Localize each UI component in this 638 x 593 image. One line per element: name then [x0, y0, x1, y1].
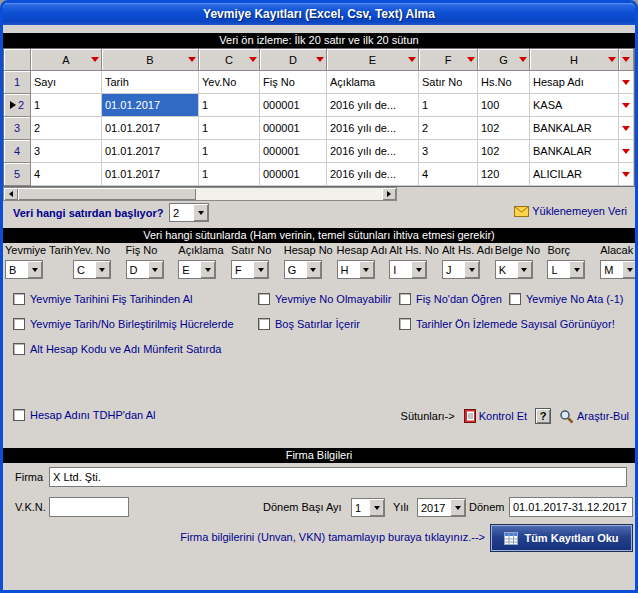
grid-cell-partial[interactable]: [619, 94, 634, 117]
cb-yevmiye-no-olmayabilir[interactable]: Yevmiye No Olmayabilir: [258, 293, 391, 305]
dropdown-arrow-icon[interactable]: [569, 261, 584, 278]
checkbox-box[interactable]: [13, 293, 25, 305]
table-row[interactable]: 4 3 01.01.2017 1 000001 2016 yılı de... …: [4, 140, 634, 163]
grid-cell[interactable]: Fiş No: [260, 71, 327, 94]
dropdown-arrow-icon[interactable]: [369, 499, 384, 516]
help-button[interactable]: ?: [535, 408, 551, 424]
grid-cell[interactable]: Hesap Adı: [530, 71, 619, 94]
grid-cell[interactable]: 102: [478, 117, 530, 140]
col-header-g[interactable]: G: [478, 49, 530, 71]
dropdown-arrow-icon[interactable]: [306, 261, 321, 278]
grid-cell[interactable]: Tarih: [102, 71, 199, 94]
firma-input[interactable]: [49, 467, 627, 487]
cb-yevmiye-tarihini-fis[interactable]: Yevmiye Tarihini Fiş Tarihinden Al: [13, 293, 192, 305]
grid-horizontal-scrollbar[interactable]: [3, 187, 397, 201]
grid-cell[interactable]: ALICILAR: [530, 163, 619, 186]
row-header[interactable]: 3: [4, 117, 31, 140]
col-header-h[interactable]: H: [530, 49, 619, 71]
grid-cell[interactable]: 1: [199, 140, 260, 163]
combo-belge-no[interactable]: K: [495, 260, 533, 279]
checkbox-box[interactable]: [13, 343, 25, 355]
combo-satir-no[interactable]: F: [231, 260, 269, 279]
checkbox-box[interactable]: [13, 318, 25, 330]
grid-cell[interactable]: Hs.No: [478, 71, 530, 94]
column-filter-icon[interactable]: [608, 57, 616, 62]
dropdown-arrow-icon[interactable]: [517, 261, 532, 278]
combo-hesap-no[interactable]: G: [284, 260, 322, 279]
column-filter-icon[interactable]: [316, 57, 324, 62]
checkbox-box[interactable]: [399, 318, 411, 330]
column-filter-icon[interactable]: [249, 57, 257, 62]
cb-bos-satirlar[interactable]: Boş Satırlar İçerir: [258, 318, 360, 330]
cb-tarihler-sayisal[interactable]: Tarihler Ön İzlemede Sayısal Görünüyor!: [399, 318, 615, 330]
combo-yevmiye-tarih[interactable]: B: [5, 260, 43, 279]
grid-cell[interactable]: 100: [478, 94, 530, 117]
dropdown-arrow-icon[interactable]: [253, 261, 268, 278]
grid-cell[interactable]: 000001: [260, 94, 327, 117]
cb-alt-hesap-munferit[interactable]: Alt Hesap Kodu ve Adı Münferit Satırda: [13, 343, 221, 355]
row-header[interactable]: 5: [4, 163, 31, 186]
grid-cell[interactable]: 01.01.2017: [102, 163, 199, 186]
grid-cell[interactable]: 000001: [260, 140, 327, 163]
grid-cell[interactable]: 000001: [260, 117, 327, 140]
dropdown-arrow-icon[interactable]: [359, 261, 374, 278]
grid-cell[interactable]: 3: [31, 140, 102, 163]
combo-aciklama[interactable]: E: [178, 260, 216, 279]
checkbox-box[interactable]: [509, 293, 521, 305]
grid-cell[interactable]: 4: [31, 163, 102, 186]
vkn-input[interactable]: [49, 497, 129, 517]
grid-cell[interactable]: Sayı: [31, 71, 102, 94]
grid-corner-cell[interactable]: [4, 49, 31, 71]
grid-cell[interactable]: Satır No: [419, 71, 478, 94]
arastir-bul-button[interactable]: Araştır-Bul: [559, 409, 629, 424]
checkbox-box[interactable]: [13, 409, 25, 421]
column-filter-icon[interactable]: [91, 57, 99, 62]
dropdown-arrow-icon[interactable]: [622, 261, 637, 278]
col-header-b[interactable]: B: [102, 49, 199, 71]
grid-cell[interactable]: 4: [419, 163, 478, 186]
combo-fis-no[interactable]: D: [126, 260, 164, 279]
unloadable-data-link[interactable]: Yüklenemeyen Veri: [514, 205, 627, 217]
combo-borc[interactable]: L: [547, 260, 585, 279]
dropdown-arrow-icon[interactable]: [27, 261, 42, 278]
combo-yev-no[interactable]: C: [73, 260, 111, 279]
grid-cell-partial[interactable]: [619, 71, 634, 94]
checkbox-box[interactable]: [399, 293, 411, 305]
grid-cell[interactable]: BANKALAR: [530, 117, 619, 140]
grid-cell[interactable]: 2016 yılı de...: [327, 94, 419, 117]
donem-input[interactable]: [509, 497, 633, 517]
row-header[interactable]: 1: [4, 71, 31, 94]
grid-cell[interactable]: 2016 yılı de...: [327, 163, 419, 186]
checkbox-box[interactable]: [258, 293, 270, 305]
scroll-left-button[interactable]: [4, 188, 18, 200]
cb-yevmiye-no-ata[interactable]: Yevmiye No Ata (-1): [509, 293, 623, 305]
table-row-current[interactable]: 2 1 01.01.2017 1 000001 2016 yılı de... …: [4, 94, 634, 117]
grid-cell[interactable]: 2: [419, 117, 478, 140]
column-filter-icon[interactable]: [519, 57, 527, 62]
grid-cell[interactable]: 1: [199, 163, 260, 186]
scrollbar-thumb[interactable]: [18, 188, 196, 200]
grid-cell[interactable]: 120: [478, 163, 530, 186]
grid-cell[interactable]: 1: [419, 94, 478, 117]
checkbox-box[interactable]: [258, 318, 270, 330]
grid-cell-selected[interactable]: 01.01.2017: [102, 94, 199, 117]
table-row[interactable]: 1 Sayı Tarih Yev.No Fiş No Açıklama Satı…: [4, 71, 634, 94]
column-filter-icon[interactable]: [408, 57, 416, 62]
grid-cell[interactable]: 000001: [260, 163, 327, 186]
titlebar[interactable]: Yevmiye Kayıtları (Excel, Csv, Text) Alm…: [3, 3, 635, 25]
grid-cell[interactable]: KASA: [530, 94, 619, 117]
grid-cell[interactable]: 01.01.2017: [102, 117, 199, 140]
table-row[interactable]: 5 4 01.01.2017 1 000001 2016 yılı de... …: [4, 163, 634, 186]
cb-birlestirilmis-hucreler[interactable]: Yevmiye Tarih/No Birleştirilmiş Hücreler…: [13, 318, 234, 330]
column-filter-icon[interactable]: [467, 57, 475, 62]
grid-cell[interactable]: Açıklama: [327, 71, 419, 94]
row-header[interactable]: 4: [4, 140, 31, 163]
grid-cell[interactable]: 102: [478, 140, 530, 163]
donem-basi-combo[interactable]: 1: [351, 498, 385, 517]
dropdown-arrow-icon[interactable]: [464, 261, 479, 278]
cb-fis-nodan-ogren[interactable]: Fiş No'dan Öğren: [399, 293, 502, 305]
dropdown-arrow-icon[interactable]: [193, 204, 208, 221]
grid-cell[interactable]: 1: [199, 94, 260, 117]
dropdown-arrow-icon[interactable]: [148, 261, 163, 278]
combo-alt-hs-no[interactable]: I: [389, 260, 427, 279]
